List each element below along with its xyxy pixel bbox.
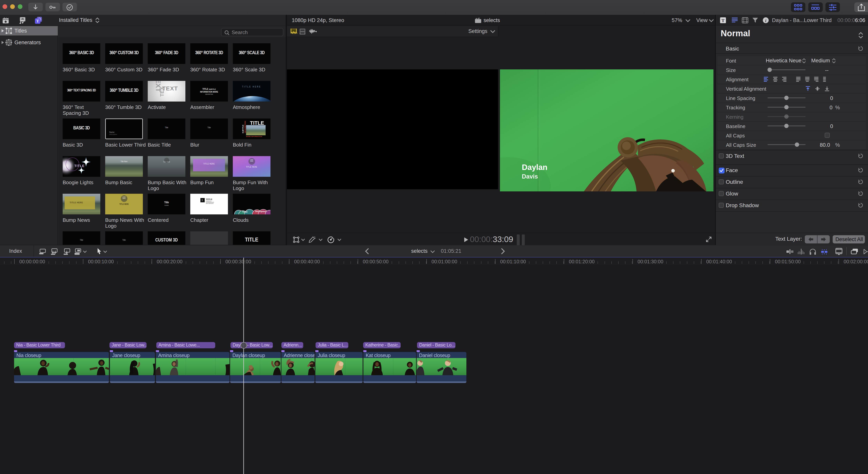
svg-text:Davis: Davis (522, 173, 538, 180)
svg-text:Description: Description (255, 210, 266, 212)
svg-text:T: T (36, 19, 39, 23)
svg-text:2: 2 (8, 40, 10, 45)
svg-text:Name: Name (242, 210, 248, 213)
svg-text:T: T (721, 18, 724, 23)
svg-text:T: T (8, 29, 10, 33)
svg-text:i: i (765, 18, 767, 23)
svg-text:Daylan: Daylan (522, 163, 547, 171)
svg-text:TITLE: TITLE (74, 164, 85, 168)
